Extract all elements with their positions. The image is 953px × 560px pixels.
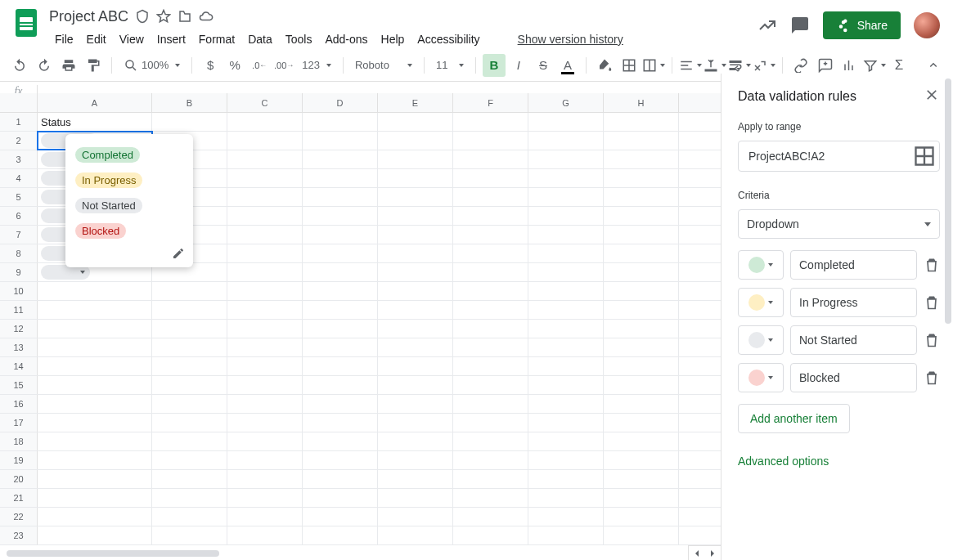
cell-H9[interactable] xyxy=(604,263,679,281)
cell-D18[interactable] xyxy=(303,432,378,450)
cell-E13[interactable] xyxy=(378,338,453,356)
row-header[interactable]: 1 xyxy=(0,113,38,131)
cell-G9[interactable] xyxy=(528,263,604,281)
star-icon[interactable] xyxy=(156,9,171,24)
cell-H18[interactable] xyxy=(604,432,679,450)
spreadsheet-grid[interactable]: ABCDEFGH 1Status234567891011121314151617… xyxy=(0,93,721,560)
redo-icon[interactable] xyxy=(33,54,56,77)
cell-D9[interactable] xyxy=(303,263,378,281)
cell-G22[interactable] xyxy=(528,508,604,526)
increase-decimal-icon[interactable]: .00→ xyxy=(272,54,295,77)
row-header[interactable]: 19 xyxy=(0,451,38,469)
dropdown-option[interactable]: Blocked xyxy=(74,218,185,244)
cell-G19[interactable] xyxy=(528,451,604,469)
cell-G7[interactable] xyxy=(528,226,604,244)
row-header[interactable]: 21 xyxy=(0,489,38,507)
cell-F1[interactable] xyxy=(453,113,528,131)
cell-C18[interactable] xyxy=(227,432,303,450)
cell-G11[interactable] xyxy=(528,301,604,319)
cell-A23[interactable] xyxy=(38,526,152,544)
cell-B13[interactable] xyxy=(152,338,227,356)
row-header[interactable]: 7 xyxy=(0,226,38,244)
cell-D3[interactable] xyxy=(303,150,378,168)
cell-B15[interactable] xyxy=(152,376,227,394)
cell-C19[interactable] xyxy=(227,451,303,469)
menu-data[interactable]: Data xyxy=(242,29,278,49)
cell-A16[interactable] xyxy=(38,395,152,413)
cell-C21[interactable] xyxy=(227,489,303,507)
item-color-select[interactable] xyxy=(738,250,784,280)
cell-C6[interactable] xyxy=(227,207,303,225)
column-header-G[interactable]: G xyxy=(528,93,604,112)
cell-F16[interactable] xyxy=(453,395,528,413)
row-header[interactable]: 6 xyxy=(0,207,38,225)
cell-H13[interactable] xyxy=(604,338,679,356)
panel-scrollbar[interactable] xyxy=(945,74,951,544)
cell-G13[interactable] xyxy=(528,338,604,356)
cell-E21[interactable] xyxy=(378,489,453,507)
h-align-button[interactable] xyxy=(679,54,702,77)
row-header[interactable]: 2 xyxy=(0,132,38,150)
cell-E18[interactable] xyxy=(378,432,453,450)
cell-A18[interactable] xyxy=(38,432,152,450)
item-color-select[interactable] xyxy=(738,325,784,355)
cell-F9[interactable] xyxy=(453,263,528,281)
cell-G16[interactable] xyxy=(528,395,604,413)
cell-F23[interactable] xyxy=(453,526,528,544)
cell-E19[interactable] xyxy=(378,451,453,469)
cell-D22[interactable] xyxy=(303,508,378,526)
cell-E22[interactable] xyxy=(378,508,453,526)
cell-B10[interactable] xyxy=(152,282,227,300)
cell-D23[interactable] xyxy=(303,526,378,544)
cell-A11[interactable] xyxy=(38,301,152,319)
cell-E2[interactable] xyxy=(378,132,453,150)
item-color-select[interactable] xyxy=(738,288,784,317)
cell-D15[interactable] xyxy=(303,376,378,394)
move-icon[interactable] xyxy=(178,9,192,24)
cell-D8[interactable] xyxy=(303,244,378,262)
cell-E3[interactable] xyxy=(378,150,453,168)
menu-insert[interactable]: Insert xyxy=(151,29,191,49)
cell-G8[interactable] xyxy=(528,244,604,262)
cell-D20[interactable] xyxy=(303,470,378,488)
item-color-select[interactable] xyxy=(738,363,784,392)
row-header[interactable]: 8 xyxy=(0,244,38,262)
cell-D11[interactable] xyxy=(303,301,378,319)
cell-F8[interactable] xyxy=(453,244,528,262)
cell-C5[interactable] xyxy=(227,188,303,206)
row-header[interactable]: 4 xyxy=(0,169,38,187)
cell-F18[interactable] xyxy=(453,432,528,450)
dropdown-option[interactable]: Completed xyxy=(74,142,185,168)
cell-E4[interactable] xyxy=(378,169,453,187)
row-header[interactable]: 13 xyxy=(0,338,38,356)
number-format-select[interactable]: 123 xyxy=(297,54,336,77)
share-button[interactable]: Share xyxy=(823,11,901,39)
paint-format-icon[interactable] xyxy=(82,54,105,77)
cell-H14[interactable] xyxy=(604,357,679,375)
cell-H5[interactable] xyxy=(604,188,679,206)
cell-D5[interactable] xyxy=(303,188,378,206)
cell-E7[interactable] xyxy=(378,226,453,244)
cell-G3[interactable] xyxy=(528,150,604,168)
menu-accessibility[interactable]: Accessibility xyxy=(411,29,485,49)
sheets-logo[interactable] xyxy=(10,7,43,39)
cell-F21[interactable] xyxy=(453,489,528,507)
cell-B22[interactable] xyxy=(152,508,227,526)
cell-F15[interactable] xyxy=(453,376,528,394)
cell-G21[interactable] xyxy=(528,489,604,507)
delete-item-icon[interactable] xyxy=(924,370,940,386)
currency-icon[interactable]: $ xyxy=(199,54,222,77)
cell-H11[interactable] xyxy=(604,301,679,319)
item-value-input[interactable]: Completed xyxy=(790,250,917,280)
menu-format[interactable]: Format xyxy=(193,29,240,49)
cell-H22[interactable] xyxy=(604,508,679,526)
cell-B14[interactable] xyxy=(152,357,227,375)
fill-color-button[interactable] xyxy=(593,54,616,77)
cell-G6[interactable] xyxy=(528,207,604,225)
cell-A14[interactable] xyxy=(38,357,152,375)
cell-C3[interactable] xyxy=(227,150,303,168)
delete-item-icon[interactable] xyxy=(924,332,940,348)
cell-H20[interactable] xyxy=(604,470,679,488)
cell-A17[interactable] xyxy=(38,414,152,432)
cell-G14[interactable] xyxy=(528,357,604,375)
